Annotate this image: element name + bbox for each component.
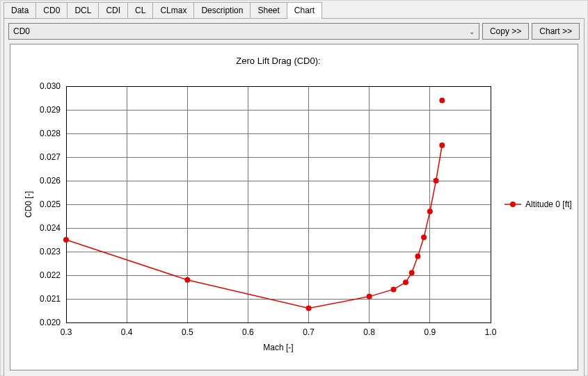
tab-cdi[interactable]: CDI: [98, 2, 128, 18]
tab-chart[interactable]: Chart: [287, 2, 322, 18]
chart-toolbar: CD0 ⌄ Copy >> Chart >>: [4, 19, 584, 44]
y-tick-label: 0.020: [40, 318, 61, 327]
x-tick-label: 1.0: [485, 327, 497, 337]
tab-cl[interactable]: CL: [127, 2, 153, 18]
tab-clmax[interactable]: CLmax: [152, 2, 194, 18]
legend-label: Altitude 0 [ft]: [525, 199, 572, 209]
series-point: [427, 209, 433, 214]
y-tick-label: 0.026: [40, 176, 61, 186]
series-point: [415, 254, 420, 259]
series-point: [306, 306, 312, 311]
y-tick-label: 0.025: [40, 199, 61, 209]
y-tick-label: 0.029: [40, 105, 61, 115]
tab-bar: Data CD0 DCL CDI CL CLmax Description Sh…: [1, 2, 587, 18]
x-tick-label: 0.3: [61, 327, 72, 337]
series-point: [439, 142, 445, 148]
tab-dcl[interactable]: DCL: [67, 2, 99, 18]
series-point: [434, 178, 439, 183]
x-tick-label: 0.8: [363, 327, 375, 337]
x-tick-label: 0.4: [121, 327, 133, 337]
tab-description[interactable]: Description: [193, 2, 251, 18]
legend-swatch-dot: [510, 202, 516, 207]
x-tick-label: 0.9: [424, 327, 436, 337]
series-point: [63, 237, 69, 243]
window: Data CD0 DCL CDI CL CLmax Description Sh…: [0, 0, 588, 376]
x-tick-label: 0.6: [242, 327, 254, 337]
tab-sheet[interactable]: Sheet: [250, 2, 287, 18]
y-tick-label: 0.021: [40, 294, 61, 304]
series-point: [439, 97, 445, 103]
series-point: [367, 294, 372, 300]
tab-chart-body: CD0 ⌄ Copy >> Chart >> Zero Lift Drag (C…: [3, 18, 585, 376]
x-tick-label: 0.5: [182, 327, 193, 337]
tab-data[interactable]: Data: [3, 2, 36, 18]
y-tick-label: 0.024: [40, 223, 61, 233]
chart-panel: Zero Lift Drag (CD0):0.30.40.50.60.70.80…: [10, 44, 578, 370]
y-tick-label: 0.030: [40, 81, 61, 91]
y-tick-label: 0.028: [40, 129, 61, 138]
series-point: [391, 286, 397, 292]
x-axis-label: Mach [-]: [263, 343, 293, 352]
series-point: [421, 235, 427, 240]
y-axis-label: CD0 [-]: [24, 191, 33, 218]
chevron-down-icon: ⌄: [469, 28, 475, 35]
chart-title: Zero Lift Drag (CD0):: [236, 56, 320, 66]
series-point: [403, 279, 408, 285]
series-line: [66, 145, 442, 309]
x-tick-label: 0.7: [303, 327, 315, 337]
chart-button[interactable]: Chart >>: [532, 23, 580, 40]
y-tick-label: 0.027: [40, 152, 61, 162]
copy-button[interactable]: Copy >>: [482, 23, 529, 40]
tab-cd0[interactable]: CD0: [35, 2, 67, 18]
y-tick-label: 0.023: [40, 247, 61, 256]
series-point: [409, 270, 415, 276]
y-tick-label: 0.022: [40, 270, 61, 280]
series-select[interactable]: CD0 ⌄: [8, 23, 479, 40]
chart-svg: Zero Lift Drag (CD0):0.30.40.50.60.70.80…: [10, 44, 580, 368]
series-point: [184, 277, 190, 283]
series-select-value: CD0: [13, 26, 30, 36]
